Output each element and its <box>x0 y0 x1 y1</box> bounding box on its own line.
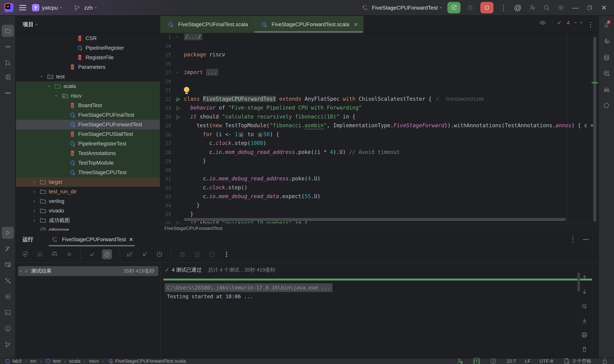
prev-problem-chevron-icon[interactable]: › <box>572 22 578 24</box>
chevron-right-icon[interactable]: › <box>31 218 38 223</box>
next-problem-chevron-icon[interactable]: › <box>579 22 584 24</box>
stripe-tools-icon[interactable] <box>2 275 14 287</box>
rerun-button[interactable] <box>20 249 30 259</box>
editor-scrollbar[interactable] <box>593 37 596 227</box>
scroll-down-button[interactable] <box>579 287 589 297</box>
settings-button[interactable] <box>557 3 565 12</box>
tree-item-TestTopModule[interactable]: TestTopModule <box>16 158 160 168</box>
stop-button[interactable] <box>64 249 74 259</box>
tree-item-riscv[interactable]: ›riscv <box>16 91 160 101</box>
file-encoding[interactable]: UTF-8 <box>540 358 553 364</box>
tree-item-成功截图[interactable]: ›成功截图 <box>16 216 160 225</box>
tree-item-scala[interactable]: ›scala <box>16 81 160 91</box>
scroll-up-button[interactable] <box>579 273 589 282</box>
chevron-down-icon[interactable]: › <box>39 73 44 80</box>
typography-widget[interactable]: [T] <box>474 358 480 364</box>
clear-all-button[interactable] <box>579 344 589 354</box>
breadcrumb-test[interactable]: test <box>45 358 61 364</box>
minimize-button[interactable]: — <box>571 3 580 12</box>
editor-tab-FiveStageCPUForwardTest.scala[interactable]: FiveStageCPUForwardTest.scala✕ <box>254 16 363 33</box>
caret-position[interactable]: 22:7 <box>507 358 516 364</box>
stripe-more-tools-icon[interactable] <box>2 87 14 99</box>
stripe-ai-assistant-icon[interactable] <box>600 35 613 47</box>
tree-item-PipelineRegisterTest[interactable]: PipelineRegisterTest <box>16 139 160 148</box>
editor-sticky-scope[interactable]: FiveStageCPUForwardTest <box>160 224 598 232</box>
navigate-to-source-button[interactable] <box>140 249 150 259</box>
import-results-button[interactable] <box>192 249 202 259</box>
tree-item-ThreeStageCPUTest[interactable]: ThreeStageCPUTest <box>16 168 160 177</box>
tree-item-target[interactable]: ›target <box>16 177 160 187</box>
close-button[interactable]: ✕ <box>600 3 609 12</box>
project-panel-header[interactable]: 项目 › <box>16 16 160 33</box>
stop-button[interactable] <box>480 2 493 13</box>
tree-item-CSR[interactable]: CSR <box>16 34 160 43</box>
rerun-failed-button[interactable] <box>35 249 45 259</box>
kebab-button[interactable] <box>222 249 232 259</box>
stripe-dependencies-hexagon-icon[interactable] <box>600 99 613 111</box>
run-test-icon[interactable] <box>174 114 181 121</box>
tree-item-BoardTest[interactable]: BoardTest <box>16 101 160 110</box>
stripe-structure-icon[interactable] <box>2 71 14 83</box>
chevron-down-icon[interactable]: › <box>46 83 52 89</box>
fold-arrow-icon[interactable]: › <box>176 34 179 39</box>
breadcrumb-riscv[interactable]: riscv <box>89 358 99 364</box>
snapshot-camera-button[interactable] <box>178 249 187 259</box>
stripe-commit-icon[interactable] <box>2 41 14 53</box>
chevron-right-icon[interactable]: › <box>31 189 38 194</box>
debug-button[interactable] <box>466 3 475 12</box>
breadcrumb-lab3[interactable]: lab3 <box>5 358 22 364</box>
stripe-documentation-icon[interactable] <box>600 67 613 79</box>
tree-item-gitignore[interactable]: gitignore <box>16 225 160 231</box>
soft-wrap-button[interactable] <box>579 301 589 311</box>
code-editor[interactable]: 1›/.../1415package riscv1617›import ...2… <box>160 33 598 224</box>
indent-widget[interactable]: 2 个空格 <box>562 357 591 364</box>
stripe-terminal-icon[interactable] <box>2 307 14 319</box>
run-panel-options-kebab[interactable]: ⋮ <box>570 236 576 243</box>
breadcrumb-scala[interactable]: scala <box>69 358 80 364</box>
tree-item-test_run_dir[interactable]: ›test_run_dir <box>16 187 160 196</box>
tree-item-test[interactable]: ›test <box>16 72 160 81</box>
test-passed-run-icon[interactable] <box>174 96 181 103</box>
stripe-database-icon[interactable] <box>600 52 613 64</box>
scroll-to-end-button[interactable] <box>579 316 589 325</box>
tree-item-FiveStageCPUFinalTest[interactable]: FiveStageCPUFinalTest <box>16 110 160 120</box>
stripe-gradle-icon[interactable] <box>600 83 613 95</box>
show-ignored-button[interactable] <box>102 249 112 259</box>
tree-item-TestAnnotations[interactable]: TestAnnotations <box>16 148 160 158</box>
more-actions-button[interactable]: ⋮ <box>499 3 508 12</box>
tree-item-verilog[interactable]: ›verilog <box>16 196 160 206</box>
restore-button[interactable] <box>585 3 594 12</box>
stripe-services-window-icon[interactable] <box>2 259 14 271</box>
stripe-version-control-icon[interactable] <box>2 338 14 351</box>
performance-widget[interactable] <box>489 357 498 364</box>
show-duration-button[interactable] <box>154 249 164 259</box>
breadcrumb-FiveStageCPUForwardTest.scala[interactable]: FiveStageCPUForwardTest.scala <box>108 358 186 364</box>
breadcrumb-src[interactable]: src <box>30 358 37 364</box>
tree-item-FiveStageCPUStallTest[interactable]: FiveStageCPUStallTest <box>16 129 160 139</box>
run-tab[interactable]: FiveStageCPUForwardTest ✕ <box>49 233 135 246</box>
tree-item-vivado[interactable]: ›vivado <box>16 206 160 216</box>
vcs-widget[interactable]: zzh › <box>73 3 97 12</box>
editor-tab-FiveStageCPUFinalTest.scala[interactable]: FiveStageCPUFinalTest.scala <box>160 16 254 33</box>
stripe-project-folder-icon[interactable] <box>2 25 14 37</box>
chevron-right-icon[interactable]: › <box>31 208 38 213</box>
hide-panel-button[interactable]: — <box>583 236 589 243</box>
stripe-notifications-bell-icon[interactable] <box>600 19 613 31</box>
inspections-widget[interactable]: ✓ 4 › › <box>538 18 582 27</box>
chevron-down-icon[interactable]: › <box>54 93 59 99</box>
status-breadcrumbs[interactable]: lab3›src›test›scala›riscv›FiveStageCPUFo… <box>5 358 186 364</box>
stripe-build-hammer-icon[interactable] <box>2 243 14 255</box>
code-with-me-button[interactable] <box>528 3 537 12</box>
intention-bulb-icon[interactable] <box>184 87 189 94</box>
tab-options-kebab[interactable]: ⋮ <box>587 21 594 28</box>
toggle-auto-rerun-button[interactable] <box>50 249 59 259</box>
main-menu-icon[interactable] <box>19 5 26 10</box>
line-separator[interactable]: LF <box>525 358 530 364</box>
run-splitter[interactable] <box>160 262 161 358</box>
author-code-vision-hint[interactable]: TOKISAKIX\21168 <box>444 97 484 102</box>
tree-item-RegisterFile[interactable]: RegisterFile <box>16 53 160 62</box>
chevron-right-icon[interactable]: › <box>31 199 38 204</box>
stripe-services-hex-icon[interactable] <box>2 291 14 303</box>
test-results-row[interactable]: › ✓ 测试结果 35秒 419毫秒 <box>18 266 158 276</box>
run-test-icon[interactable] <box>174 105 181 112</box>
